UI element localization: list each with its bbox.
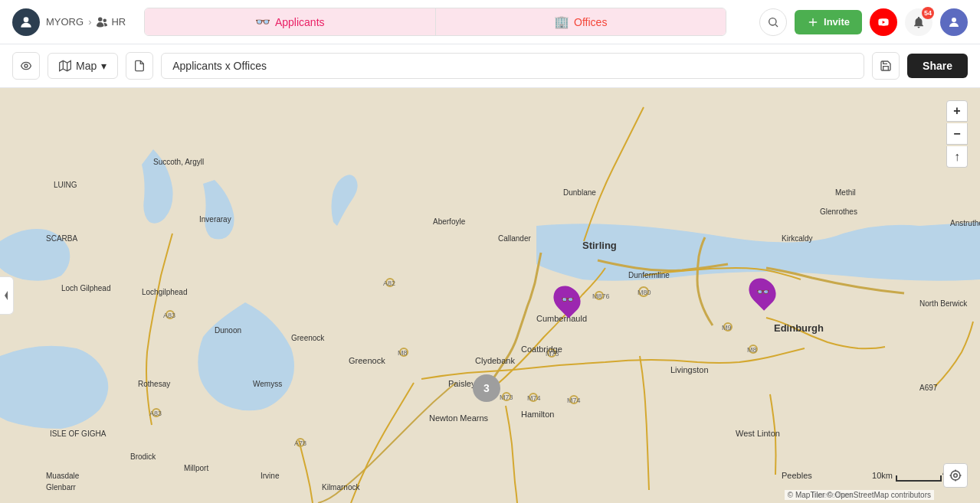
tab-offices[interactable]: 🏢 Offices: [436, 8, 726, 35]
svg-text:A82: A82: [383, 279, 395, 287]
svg-point-0: [24, 17, 29, 22]
svg-point-80: [954, 474, 958, 478]
svg-text:Rothesay: Rothesay: [138, 380, 170, 388]
map-pin-1[interactable]: 👓: [555, 285, 579, 314]
svg-point-3: [25, 64, 28, 67]
svg-text:SCARBA: SCARBA: [46, 234, 77, 243]
svg-text:North Berwick: North Berwick: [919, 299, 968, 308]
svg-text:Peebles: Peebles: [782, 471, 812, 480]
svg-text:Glenrothes: Glenrothes: [820, 207, 857, 216]
scale-label: 10km: [872, 471, 893, 480]
svg-text:Dunfermline: Dunfermline: [628, 271, 670, 279]
offices-icon: 🏢: [554, 15, 569, 29]
map-dropdown-icon: ▾: [101, 60, 107, 72]
svg-text:M74: M74: [567, 397, 581, 404]
notification-badge: 54: [922, 7, 934, 19]
svg-text:Irvine: Irvine: [261, 472, 280, 480]
svg-text:Dunblane: Dunblane: [563, 188, 596, 197]
map-attribution: © MapTiler © OpenStreetMap contributors: [785, 490, 934, 500]
svg-text:Millport: Millport: [184, 464, 208, 472]
share-label: Share: [923, 60, 952, 72]
svg-text:M74: M74: [527, 394, 541, 402]
svg-text:M876: M876: [592, 292, 610, 300]
svg-text:Loch Gilphead: Loch Gilphead: [61, 284, 111, 292]
svg-text:M73: M73: [500, 394, 513, 401]
svg-text:Coatbridge: Coatbridge: [521, 345, 562, 354]
svg-text:Lochgilphead: Lochgilphead: [142, 288, 188, 296]
app-logo: [12, 8, 40, 36]
svg-text:Wemyss: Wemyss: [253, 380, 282, 388]
scale-bar: 10km: [872, 471, 942, 482]
tab-offices-label: Offices: [574, 16, 607, 28]
notifications-button[interactable]: 54: [905, 8, 932, 36]
map-pin-2[interactable]: 👓: [750, 277, 775, 306]
svg-text:Greenock: Greenock: [349, 356, 385, 365]
share-button[interactable]: Share: [907, 54, 968, 78]
org-nav: MYORG › HR: [46, 16, 126, 28]
save-button[interactable]: [872, 52, 900, 80]
svg-text:A83: A83: [149, 410, 162, 417]
svg-text:M9: M9: [722, 324, 732, 332]
zoom-in-button[interactable]: +: [946, 100, 968, 122]
header: MYORG › HR 👓 Applicants 🏢 Offices: [0, 0, 980, 44]
svg-text:Cumbernauld: Cumbernauld: [536, 314, 587, 323]
svg-text:Muasdale: Muasdale: [46, 472, 80, 480]
map-svg: M80 M876 M73 M74 M73 M74 M8 M8 M9 A82 A8…: [0, 88, 980, 503]
org-name[interactable]: MYORG: [46, 16, 84, 28]
svg-text:Livingston: Livingston: [670, 365, 709, 374]
svg-text:Newton Mearns: Newton Mearns: [429, 413, 489, 423]
report-name-input[interactable]: [161, 53, 864, 79]
pin-icon-2: 👓: [756, 286, 769, 298]
logo-area: MYORG › HR: [12, 8, 135, 36]
tab-applicants[interactable]: 👓 Applicants: [145, 8, 436, 35]
svg-text:A697: A697: [919, 384, 938, 392]
svg-point-81: [951, 471, 960, 480]
user-avatar[interactable]: [940, 8, 968, 36]
cluster-marker[interactable]: 3: [473, 374, 500, 402]
location-button[interactable]: [943, 463, 968, 488]
svg-text:Kilmarnock: Kilmarnock: [322, 483, 360, 492]
svg-text:Succoth, Argyll: Succoth, Argyll: [153, 158, 204, 166]
svg-text:Clydebank: Clydebank: [475, 356, 515, 365]
svg-text:Inveraray: Inveraray: [199, 215, 231, 224]
svg-text:LUING: LUING: [54, 181, 77, 189]
svg-text:Greenock: Greenock: [291, 334, 325, 342]
svg-text:M80: M80: [637, 289, 651, 296]
svg-text:ISLE OF GIGHA: ISLE OF GIGHA: [50, 430, 107, 438]
svg-text:Kirkcaldy: Kirkcaldy: [782, 234, 813, 243]
tab-group: 👓 Applicants 🏢 Offices: [144, 8, 726, 36]
invite-label: Invite: [824, 16, 850, 28]
svg-text:Callander: Callander: [498, 234, 531, 243]
file-button[interactable]: [126, 52, 153, 80]
svg-text:M8: M8: [398, 349, 408, 357]
view-toggle-button[interactable]: [12, 52, 40, 80]
invite-button[interactable]: Invite: [795, 10, 862, 34]
svg-text:A78: A78: [294, 439, 306, 447]
map-label: Map: [76, 60, 97, 72]
scale-line: [896, 475, 942, 482]
pin-icon-1: 👓: [561, 293, 574, 305]
breadcrumb-chevron: ›: [88, 16, 91, 28]
header-right: Invite 54: [759, 8, 968, 36]
search-button[interactable]: [759, 8, 787, 36]
zoom-out-button[interactable]: −: [946, 123, 968, 145]
svg-point-2: [952, 18, 956, 22]
svg-text:M8: M8: [747, 346, 757, 354]
applicants-icon: 👓: [255, 15, 270, 29]
svg-text:Anstruther: Anstruther: [950, 219, 980, 227]
svg-text:Hamilton: Hamilton: [521, 410, 554, 419]
svg-text:Dunoon: Dunoon: [215, 326, 241, 335]
svg-text:Glenbarr: Glenbarr: [46, 483, 77, 492]
svg-text:Aberfoyle: Aberfoyle: [433, 217, 466, 226]
hr-name-label: HR: [111, 16, 126, 28]
reset-north-button[interactable]: ↑: [946, 146, 968, 168]
svg-marker-4: [60, 60, 71, 70]
hr-section[interactable]: HR: [96, 16, 126, 28]
svg-text:A83: A83: [163, 312, 175, 319]
map-container[interactable]: M80 M876 M73 M74 M73 M74 M8 M8 M9 A82 A8…: [0, 88, 980, 503]
map-dropdown-button[interactable]: Map ▾: [48, 53, 118, 79]
side-panel-toggle[interactable]: [0, 276, 14, 315]
youtube-button[interactable]: [870, 8, 897, 36]
map-controls: + − ↑: [946, 100, 968, 168]
cluster-count: 3: [483, 382, 490, 394]
